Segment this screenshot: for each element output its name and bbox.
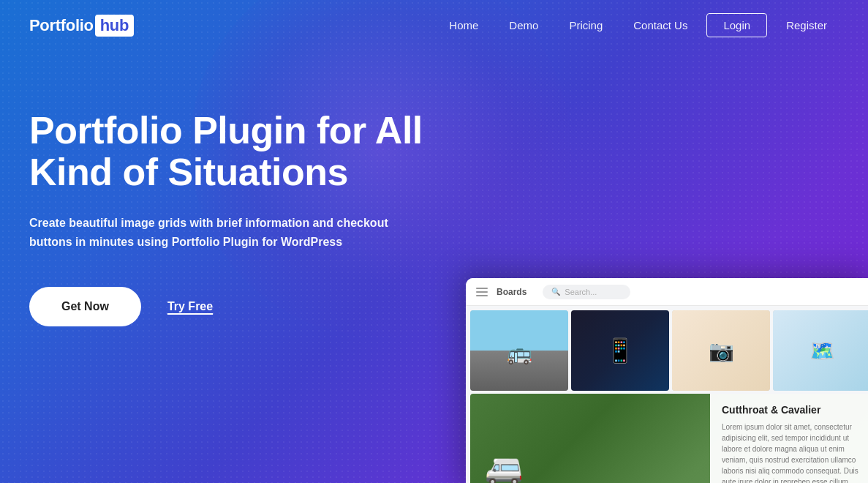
navbar: Portfolio hub Home Demo Pricing Contact …	[0, 0, 868, 51]
grid-item-3	[672, 310, 770, 391]
boards-label: Boards	[497, 287, 527, 297]
logo-portfolio-text: Portfolio	[29, 16, 94, 35]
search-placeholder: Search...	[565, 288, 597, 296]
featured-item: Cutthroat & Cavalier Lorem ipsum dolor s…	[470, 394, 868, 483]
nav-menu: Home Demo Pricing Contact Us Login Regis…	[437, 19, 839, 32]
nav-pricing[interactable]: Pricing	[557, 13, 614, 37]
featured-title: Cutthroat & Cavalier	[722, 404, 859, 416]
grid-item-1	[470, 310, 568, 391]
map-image	[773, 310, 868, 391]
camera-image	[672, 310, 770, 391]
hero-section: Portfolio Plugin for All Kind of Situati…	[0, 51, 453, 326]
nav-contact-us[interactable]: Contact Us	[622, 13, 699, 37]
grid-item-4	[773, 310, 868, 391]
nav-home[interactable]: Home	[437, 13, 490, 37]
image-grid	[466, 306, 868, 391]
dashboard-search[interactable]: 🔍 Search...	[543, 285, 630, 299]
nav-demo[interactable]: Demo	[497, 13, 550, 37]
try-free-button[interactable]: Try Free	[167, 300, 213, 313]
logo-hub-text: hub	[95, 15, 134, 37]
featured-overlay: Cutthroat & Cavalier Lorem ipsum dolor s…	[710, 394, 868, 483]
featured-text: Lorem ipsum dolor sit amet, consectetur …	[722, 422, 859, 483]
search-icon: 🔍	[551, 288, 560, 296]
grid-icon	[476, 288, 488, 296]
hero-subtitle: Create beautiful image grids with brief …	[29, 214, 417, 251]
nav-login-button[interactable]: Login	[706, 13, 767, 37]
dashboard-topbar: Boards 🔍 Search...	[466, 278, 868, 306]
get-now-button[interactable]: Get Now	[29, 287, 141, 326]
phone-image	[571, 310, 669, 391]
vw-bus-image	[470, 310, 568, 391]
logo-link[interactable]: Portfolio hub	[29, 15, 134, 37]
nav-register-button[interactable]: Register	[774, 14, 839, 37]
hero-buttons: Get Now Try Free	[29, 287, 424, 326]
dashboard-preview: Boards 🔍 Search... Cutthroat & Cavalier …	[466, 278, 868, 483]
hero-title: Portfolio Plugin for All Kind of Situati…	[29, 110, 424, 193]
grid-item-2	[571, 310, 669, 391]
